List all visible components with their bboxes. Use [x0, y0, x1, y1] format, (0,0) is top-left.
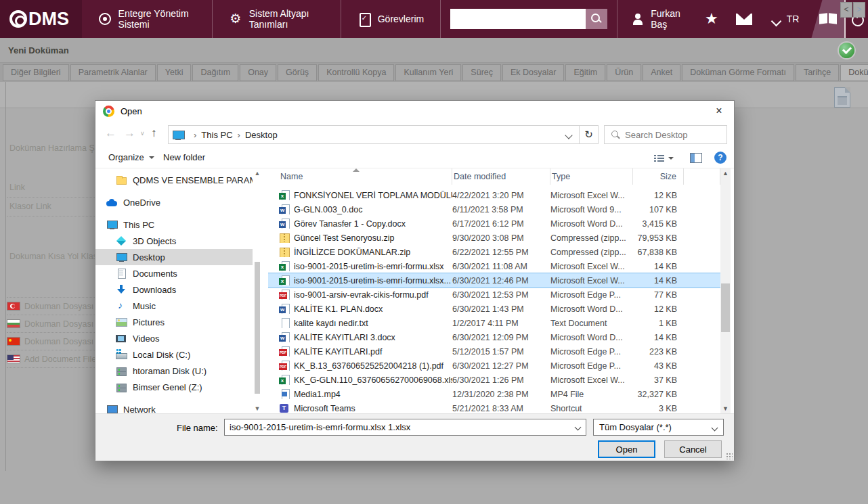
tab-scroll-left-icon[interactable]: < — [840, 2, 852, 18]
favorites-star-icon[interactable]: ★ — [705, 12, 718, 26]
column-header-name[interactable]: Name — [279, 168, 452, 185]
address-dropdown-icon[interactable] — [565, 132, 572, 139]
sidebar-item[interactable]: Network — [95, 401, 253, 413]
tab[interactable]: Eğitim — [565, 64, 605, 81]
search-desktop-input[interactable] — [625, 130, 720, 140]
help-manual-block[interactable] — [811, 0, 844, 38]
file-row[interactable]: kalite kaydı nedir.txt 1/2/2017 4:11 PM … — [268, 316, 720, 330]
column-header-date-modified[interactable]: Date modified — [452, 168, 550, 185]
organize-button[interactable]: Organize — [108, 152, 154, 162]
file-name: iso-9001-arsiv-evrak-cikis-formu.pdf — [294, 290, 429, 300]
tab[interactable]: Onay — [240, 64, 276, 81]
sidebar-item[interactable]: htoraman Disk (U:) — [95, 363, 253, 379]
qdms-logo[interactable]: DMS — [0, 0, 82, 38]
sidebar-item[interactable]: Desktop — [95, 249, 253, 265]
menu-item-sistem-altyapi-tanimlari[interactable]: ⚙ Sistem Altyapı Tanımları — [213, 0, 341, 38]
file-row[interactable]: Microsoft Teams 5/21/2021 8:33 AM Shortc… — [268, 401, 720, 413]
menu-item-gorevlerim[interactable]: Görevlerim — [341, 0, 441, 38]
sidebar-item[interactable]: 3D Objects — [95, 233, 253, 249]
refresh-icon[interactable]: ↻ — [580, 125, 599, 144]
file-row[interactable]: iso-9001-arsiv-evrak-cikis-formu.pdf 6/3… — [268, 288, 720, 302]
tab[interactable]: Kontrollü Kopya — [318, 64, 394, 81]
sidebar-scroll-thumb[interactable] — [255, 262, 260, 394]
tab[interactable]: Süreç — [462, 64, 501, 81]
sidebar-item[interactable]: Bimser Genel (Z:) — [95, 379, 253, 395]
tab[interactable]: Diğer Bilgileri — [3, 64, 69, 81]
mail-icon[interactable] — [736, 14, 752, 25]
file-list-scroll-thumb[interactable] — [721, 283, 730, 332]
file-row[interactable]: KALİTE KAYITLARI 3.docx 6/30/2021 12:09 … — [268, 330, 720, 344]
file-row[interactable]: İNGİLİZCE DOKÜMANLAR.zip 6/22/2021 12:55… — [268, 245, 720, 259]
tab[interactable]: Dağıtım — [192, 64, 238, 81]
back-arrow-icon[interactable]: ← — [105, 127, 116, 140]
open-button[interactable]: Open — [598, 440, 655, 458]
view-list-icon[interactable] — [653, 154, 664, 163]
file-type: Microsoft Edge P... — [550, 290, 633, 300]
file-row[interactable]: G-GLN.003_0.doc 6/11/2021 3:58 PM Micros… — [268, 202, 720, 216]
close-icon[interactable]: × — [711, 104, 727, 118]
sidebar-item[interactable]: This PC — [95, 216, 253, 233]
new-folder-button[interactable]: New folder — [163, 152, 205, 162]
sidebar-item[interactable]: Downloads — [95, 281, 253, 298]
cancel-button[interactable]: Cancel — [664, 440, 722, 458]
tab[interactable]: Doküman — [840, 64, 868, 81]
file-row[interactable]: KALİTE KAYITLARI.pdf 5/12/2015 1:57 PM M… — [268, 344, 720, 359]
history-chevron-icon[interactable]: ∨ — [140, 130, 145, 137]
file-row[interactable]: KALİTE K1. PLAN.docx 6/30/2021 1:43 PM M… — [268, 302, 720, 316]
preview-pane-icon[interactable] — [690, 153, 702, 163]
sidebar-item[interactable]: Videos — [95, 330, 253, 346]
tab[interactable]: Parametrik Alanlar — [70, 64, 156, 81]
address-breadcrumb[interactable]: › This PC › Desktop — [168, 125, 580, 144]
document-page-icon — [834, 87, 850, 108]
global-search-button[interactable] — [586, 9, 607, 29]
scroll-down-icon[interactable]: ▼ — [254, 405, 261, 412]
resize-grip[interactable] — [726, 453, 733, 459]
sidebar-scrollbar[interactable]: ▲ ▼ — [253, 168, 262, 413]
tab[interactable]: Yetki — [157, 64, 192, 81]
breadcrumb-this-pc[interactable]: This PC — [201, 130, 232, 140]
help-icon[interactable]: ? — [714, 152, 726, 164]
zip-file-icon — [279, 247, 290, 257]
file-name-input[interactable] — [224, 419, 586, 436]
sidebar-item[interactable]: Documents — [95, 265, 253, 281]
sidebar-item[interactable]: Pictures — [95, 314, 253, 330]
tab[interactable]: Anket — [643, 64, 680, 81]
up-arrow-icon[interactable]: ↑ — [151, 127, 157, 140]
file-row[interactable]: Güncel Test Senoryosu.zip 9/30/2020 3:08… — [268, 231, 720, 245]
language-selector[interactable]: TR — [770, 14, 800, 24]
tab[interactable]: Kullanım Yeri — [395, 64, 461, 81]
scroll-down-icon[interactable]: ▼ — [720, 404, 731, 413]
file-row[interactable]: KK_G-GLN.110_637606562700069068.xlsx 6/3… — [268, 373, 720, 387]
file-row[interactable]: KK_B.13_637606525252004218 (1).pdf 6/30/… — [268, 359, 720, 373]
user-block[interactable]: Furkan Baş — [617, 0, 698, 38]
column-header-type[interactable]: Type — [550, 168, 633, 185]
file-list-scrollbar[interactable]: ▲ ▼ — [720, 168, 731, 413]
tab[interactable]: Doküman Görme Formatı — [682, 64, 794, 81]
view-options-chevron-icon[interactable] — [668, 157, 674, 160]
forward-arrow-icon[interactable]: → — [124, 127, 135, 140]
tab[interactable]: Görüş — [278, 64, 317, 81]
breadcrumb-desktop[interactable]: Desktop — [245, 130, 278, 140]
file-type-select[interactable]: Tüm Dosyalar (*.*) — [593, 419, 724, 436]
tab[interactable]: Ürün — [607, 64, 641, 81]
scroll-up-icon[interactable]: ▲ — [720, 168, 731, 178]
file-row[interactable]: Görev Tanasfer 1 - Copy.docx 6/17/2021 6… — [268, 216, 720, 231]
file-row[interactable]: iso-9001-2015-uretim-is-emri-formu.xlsx … — [268, 259, 720, 273]
sidebar-item[interactable]: QDMS VE ENSEMBLE PARAMETREL — [95, 172, 253, 188]
scroll-up-icon[interactable]: ▲ — [254, 170, 261, 177]
sidebar-item[interactable]: OneDrive — [95, 194, 253, 210]
file-row[interactable]: iso-9001-2015-uretim-is-emri-formu.xlsx.… — [268, 273, 720, 288]
file-row[interactable]: FONKSİYONEL VERİ TOPLAMA MODÜLÜ ... 4/22… — [268, 188, 720, 202]
global-search-input[interactable] — [450, 9, 586, 29]
file-row[interactable]: Media1.mp4 12/31/2020 2:38 PM MP4 File 3… — [268, 387, 720, 401]
save-check-button[interactable] — [839, 43, 854, 58]
tab[interactable]: Ek Dosyalar — [502, 64, 564, 81]
column-header-size[interactable]: Size — [633, 168, 684, 185]
sidebar-item-label: Network — [123, 405, 156, 414]
sidebar-item[interactable]: Music — [95, 298, 253, 314]
sidebar-item[interactable]: Local Disk (C:) — [95, 346, 253, 363]
tab[interactable]: Tarihçe — [796, 64, 839, 81]
tab-scroll-right-icon[interactable]: > — [853, 2, 865, 18]
tab-bar: Diğer Bilgileri Parametrik Alanlar Yetki… — [0, 63, 868, 82]
menu-item-entegre-yonetim-sistemi[interactable]: Entegre Yönetim Sistemi — [82, 0, 213, 38]
